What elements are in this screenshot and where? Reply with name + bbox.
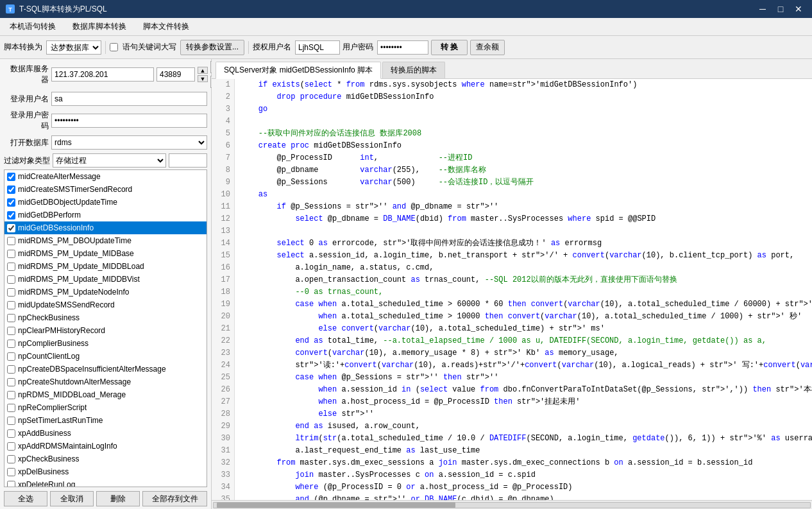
username-row: 登录用户名 bbox=[0, 90, 211, 108]
list-item[interactable]: npClearPMHistoryRecord bbox=[4, 324, 207, 337]
list-item-label: midCreateAlterMessage bbox=[18, 172, 101, 181]
list-item[interactable]: midRDMS_PM_Update_MIDBase bbox=[4, 247, 207, 260]
list-item-label: npCountClientLog bbox=[18, 352, 80, 361]
code-line bbox=[240, 116, 807, 128]
menu-local-convert[interactable]: 本机语句转换 bbox=[3, 19, 63, 35]
list-item[interactable]: midUpdateSMSSendRecord bbox=[4, 298, 207, 311]
list-item[interactable]: midRDMS_PM_DBOUpdateTime bbox=[4, 234, 207, 247]
code-line: ltrim(str(a.total_scheduled_time / 10.0 … bbox=[240, 433, 807, 445]
list-item[interactable]: midCreateAlterMessage bbox=[4, 170, 207, 183]
delete-button[interactable]: 删除 bbox=[96, 491, 140, 506]
list-item[interactable]: npRDMS_MIDDBLoad_Merage bbox=[4, 388, 207, 401]
save-all-button[interactable]: 全部存到文件 bbox=[142, 491, 207, 506]
code-line: case when @p_Sessions = str">'' then str… bbox=[240, 372, 807, 384]
password-input[interactable] bbox=[51, 114, 207, 128]
list-item[interactable]: midGetDBPerform bbox=[4, 209, 207, 221]
user-input[interactable] bbox=[295, 40, 340, 55]
list-item[interactable]: midGetDBSessionInfo bbox=[4, 221, 207, 234]
list-item[interactable]: npCountClientLog bbox=[4, 350, 207, 363]
list-item-label: midGetDBSessionInfo bbox=[18, 223, 94, 232]
username-label: 登录用户名 bbox=[4, 94, 49, 105]
line-numbers: 1234567891011121314151617181920212223242… bbox=[212, 79, 235, 500]
code-line: @p_Sessions varchar(500) --会话连接ID，以逗号隔开 bbox=[240, 177, 807, 189]
list-item-label: npComplierBusiness bbox=[18, 339, 89, 348]
select-all-button[interactable]: 全选 bbox=[4, 491, 47, 506]
list-item-label: midRDMS_PM_Update_MIDDBLoad bbox=[18, 262, 144, 271]
list-item[interactable]: midRDMS_PM_UpdateNodeInfo bbox=[4, 286, 207, 298]
check-balance-button[interactable]: 查余额 bbox=[470, 40, 505, 55]
param-settings-button[interactable]: 转换参数设置... bbox=[180, 40, 244, 55]
list-item[interactable]: xpAddBusiness bbox=[4, 427, 207, 440]
db-select[interactable]: rdms bbox=[51, 135, 207, 150]
pwd-input[interactable] bbox=[377, 40, 428, 55]
tab-source[interactable]: SQLServer对象 midGetDBSessionInfo 脚本 bbox=[216, 62, 381, 79]
toolbar: 脚本转换为 达梦数据库 语句关键词大写 转换参数设置... 授权用户名 用户密码… bbox=[0, 36, 812, 59]
list-item[interactable]: npCreateDBSpaceInsufficientAlterMessage bbox=[4, 363, 207, 375]
code-line: if @p_Sessions = str">'' and @p_dbname =… bbox=[240, 201, 807, 213]
title-text: T-SQL脚本转换为PL/SQL bbox=[19, 4, 754, 15]
pwd-label: 用户密码 bbox=[343, 42, 373, 53]
code-line: when a.total_scheduled_time > 10000 then… bbox=[240, 311, 807, 323]
code-line: join master..SysProcesses c on a.session… bbox=[240, 469, 807, 481]
deselect-all-button[interactable]: 全取消 bbox=[50, 491, 94, 506]
list-item[interactable]: xpCheckBusiness bbox=[4, 453, 207, 465]
server-label: 数据库服务器 bbox=[4, 64, 49, 85]
code-line bbox=[240, 225, 807, 237]
code-line: when a.session_id in (select value from … bbox=[240, 384, 807, 396]
tab-converted[interactable]: 转换后的脚本 bbox=[382, 62, 445, 78]
code-line: str">'读:'+convert(varchar(10), a.reads)+… bbox=[240, 359, 807, 372]
code-area[interactable]: 1234567891011121314151617181920212223242… bbox=[212, 79, 812, 500]
procedure-list: midCreateAlterMessagemidCreateSMSTimerSe… bbox=[4, 169, 207, 487]
db-type-select[interactable]: 达梦数据库 bbox=[46, 40, 101, 55]
port-down[interactable]: ▼ bbox=[198, 75, 208, 82]
maximize-button[interactable]: □ bbox=[772, 2, 789, 16]
code-line: end as total_time, --a.total_elapsed_tim… bbox=[240, 335, 807, 347]
keyword-upper-checkbox[interactable] bbox=[110, 43, 118, 51]
list-item[interactable]: npComplierBusiness bbox=[4, 337, 207, 350]
code-line: if exists(select * from rdms.sys.sysobje… bbox=[240, 79, 807, 91]
list-item[interactable]: midRDMS_PM_Update_MIDDBLoad bbox=[4, 260, 207, 273]
list-item[interactable]: npCreateShutdownAlterMessage bbox=[4, 375, 207, 388]
list-item[interactable]: xpAddRDMSMaintainLogInfo bbox=[4, 440, 207, 453]
list-item-label: xpAddRDMSMaintainLogInfo bbox=[18, 442, 117, 451]
code-content: if exists(select * from rdms.sys.sysobje… bbox=[235, 79, 812, 500]
list-item[interactable]: midGetDBObjectUpdateTime bbox=[4, 196, 207, 209]
list-item[interactable]: xpDeleteRunLog bbox=[4, 478, 207, 487]
horizontal-scrollbar[interactable] bbox=[212, 500, 812, 509]
filter-type-select[interactable]: 存储过程 bbox=[53, 153, 166, 168]
server-input[interactable] bbox=[51, 67, 154, 82]
list-item[interactable]: npReComplierScript bbox=[4, 401, 207, 414]
filter-label: 过滤对象类型 bbox=[4, 155, 50, 166]
list-item[interactable]: midRDMS_PM_Update_MIDDBVist bbox=[4, 273, 207, 286]
port-input[interactable] bbox=[156, 67, 195, 82]
menu-db-convert[interactable]: 数据库脚本转换 bbox=[65, 19, 133, 35]
list-item-label: npSetTimerLastRunTime bbox=[18, 416, 103, 425]
code-line: a.last_request_end_time as last_use_time bbox=[240, 445, 807, 457]
menu-file-convert[interactable]: 脚本文件转换 bbox=[136, 19, 196, 35]
code-line: select 0 as errorcode, str">'取得中间件对应的会话连… bbox=[240, 237, 807, 250]
keyword-upper-label: 语句关键词大写 bbox=[123, 42, 176, 53]
code-line: create proc midGetDBSessionInfo bbox=[240, 140, 807, 152]
list-item-label: xpDeleteRunLog bbox=[18, 480, 75, 487]
code-line: else convert(varchar(10), a.total_schedu… bbox=[240, 323, 807, 335]
code-line: when a.host_process_id = @p_ProcessID th… bbox=[240, 396, 807, 408]
filter-input[interactable] bbox=[169, 153, 207, 168]
list-item[interactable]: npCheckBusiness bbox=[4, 311, 207, 324]
minimize-button[interactable]: ─ bbox=[754, 2, 771, 16]
list-item[interactable]: midCreateSMSTimerSendRecord bbox=[4, 183, 207, 196]
close-button[interactable]: ✕ bbox=[790, 2, 807, 16]
filter-row: 过滤对象类型 存储过程 bbox=[0, 151, 211, 169]
list-item-label: xpDelBusiness bbox=[18, 467, 69, 476]
code-line: --获取中间件对应的会话连接信息 数据库2008 bbox=[240, 128, 807, 140]
list-item[interactable]: npSetTimerLastRunTime bbox=[4, 414, 207, 427]
list-item-label: midGetDBObjectUpdateTime bbox=[18, 198, 117, 207]
username-input[interactable] bbox=[51, 92, 207, 106]
port-up[interactable]: ▲ bbox=[198, 67, 208, 74]
list-item-label: midRDMS_PM_Update_MIDDBVist bbox=[18, 275, 140, 284]
list-item-label: midRDMS_PM_UpdateNodeInfo bbox=[18, 288, 129, 297]
code-line: end as isused, a.row_count, bbox=[240, 420, 807, 433]
menu-bar: 本机语句转换 数据库脚本转换 脚本文件转换 bbox=[0, 18, 812, 36]
convert-button[interactable]: 转 换 bbox=[431, 40, 468, 55]
tab-bar: SQLServer对象 midGetDBSessionInfo 脚本 转换后的脚… bbox=[212, 59, 812, 79]
list-item[interactable]: xpDelBusiness bbox=[4, 465, 207, 478]
